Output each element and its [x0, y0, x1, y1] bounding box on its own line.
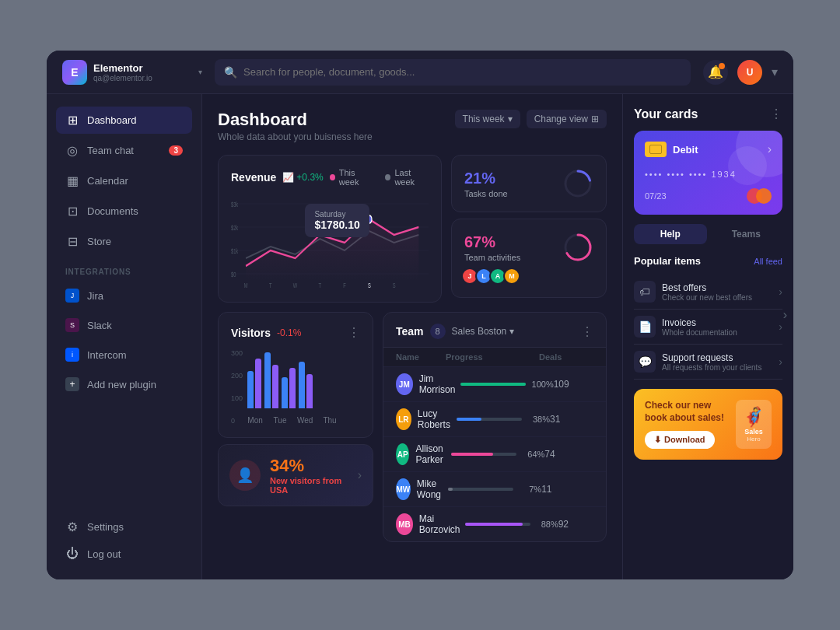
- table-row: MB Mai Borzovich 88% 92: [383, 506, 606, 541]
- card-expiry: 07/23: [645, 191, 667, 201]
- team-menu[interactable]: ⋮: [581, 324, 593, 339]
- team-location-selector[interactable]: Sales Boston ▾: [452, 326, 515, 337]
- sidebar-item-team-chat[interactable]: ◎ Team chat 3: [56, 137, 192, 164]
- credit-card: Debit › •••• •••• •••• 1934 07/23: [634, 131, 782, 215]
- tasks-panel: 21% Tasks done ›: [451, 155, 607, 303]
- week-selector[interactable]: This week ▾: [455, 110, 520, 128]
- invoices-icon: 📄: [634, 316, 656, 338]
- slack-icon: S: [65, 318, 79, 332]
- search-icon: 🔍: [224, 66, 237, 79]
- support-icon: 💬: [634, 351, 656, 373]
- sidebar-item-documents[interactable]: ⊡ Documents: [56, 198, 192, 225]
- sidebar-item-add-plugin[interactable]: + Add new plugin: [56, 371, 192, 397]
- brand-email: qa@elementor.io: [93, 74, 192, 82]
- sidebar-item-calendar[interactable]: ▦ Calendar: [56, 167, 192, 194]
- popular-item-best-offers[interactable]: 🏷 Best offers Check our new best offers …: [634, 275, 782, 310]
- bar: [264, 352, 271, 408]
- team-card: Team 8 Sales Boston ▾ ⋮ Name Progress De…: [383, 312, 607, 542]
- sidebar-item-slack[interactable]: S Slack: [56, 312, 192, 338]
- svg-text:$0: $0: [231, 271, 236, 279]
- new-visitors-icon: 👤: [229, 460, 261, 491]
- sidebar-item-label: Settings: [87, 521, 124, 533]
- pi-content: Support requests All requests from your …: [662, 352, 772, 372]
- tasks-done-card: 21% Tasks done ›: [451, 155, 607, 212]
- bar: [306, 374, 313, 408]
- avatar: MW: [396, 478, 411, 500]
- team-title: Team: [396, 325, 424, 338]
- page-actions: This week ▾ Change view ⊞: [455, 110, 607, 128]
- visitors-bar-chart: [247, 349, 360, 411]
- change-view-button[interactable]: Change view ⊞: [527, 110, 607, 128]
- search-input[interactable]: [243, 66, 681, 78]
- visitors-menu[interactable]: ⋮: [348, 325, 360, 340]
- sidebar-item-settings[interactable]: ⚙ Settings: [56, 513, 192, 541]
- popular-item-invoices[interactable]: 📄 Invoices Whole documentation ›: [634, 310, 782, 345]
- new-visitors-pct: 34%: [270, 456, 348, 476]
- brand-dropdown-icon[interactable]: ▾: [198, 68, 202, 76]
- legend-last-week: Last week: [385, 168, 429, 187]
- sidebar-item-intercom[interactable]: i Intercom: [56, 341, 192, 368]
- sidebar-item-label: Log out: [87, 548, 121, 560]
- sidebar-item-jira[interactable]: J Jira: [56, 282, 192, 309]
- sidebar-item-logout[interactable]: ⏻ Log out: [56, 541, 192, 567]
- pi-subtitle: Whole documentation: [662, 328, 772, 337]
- new-visitors-nav[interactable]: ›: [358, 468, 362, 482]
- visitors-header: Visitors -0.1% ⋮: [231, 325, 360, 340]
- bar: [289, 368, 296, 408]
- card-arrow[interactable]: ›: [768, 142, 772, 156]
- popular-header: Popular items All feed: [634, 255, 782, 267]
- visitors-chart: 300 200 100 0: [231, 349, 360, 425]
- all-feed-link[interactable]: All feed: [754, 257, 782, 266]
- visitors-y-labels: 300 200 100 0: [231, 349, 243, 425]
- promo-badge-sub: Hero: [742, 436, 765, 443]
- table-row: MW Mike Wong 7% 11: [383, 471, 606, 506]
- sidebar-item-dashboard[interactable]: ⊞ Dashboard: [56, 107, 192, 134]
- notification-button[interactable]: 🔔: [703, 60, 728, 85]
- right-panel: Your cards ⋮ Debit › •••• •••• •••• 1934…: [622, 94, 793, 579]
- user-avatar[interactable]: U: [737, 60, 762, 85]
- col-name: Name: [396, 352, 446, 362]
- app-window: E Elementor qa@elementor.io ▾ 🔍 🔔 U ▾ ⊞: [47, 51, 793, 579]
- revenue-title: Revenue: [231, 171, 276, 184]
- pi-arrow-icon: ›: [779, 355, 782, 368]
- top-grid: Revenue 📈 +0.3% This week Last week: [218, 155, 607, 303]
- col-progress: Progress: [446, 352, 539, 362]
- brand: E Elementor qa@elementor.io ▾: [62, 60, 202, 85]
- new-visitors-label: New visitors from USA: [270, 476, 348, 495]
- tab-teams[interactable]: Teams: [710, 224, 783, 244]
- bottom-grid: Visitors -0.1% ⋮ 300 200 100 0: [218, 312, 607, 542]
- page-header: Dashboard Whole data about yoru buisness…: [218, 110, 607, 142]
- tab-help[interactable]: Help: [634, 224, 707, 244]
- popular-item-support[interactable]: 💬 Support requests All requests from you…: [634, 345, 782, 380]
- card-number: •••• •••• •••• 1934: [645, 170, 772, 179]
- bar: [247, 371, 254, 408]
- avatar: JM: [396, 373, 413, 395]
- sidebar-bottom: ⚙ Settings ⏻ Log out: [56, 513, 192, 567]
- revenue-card: Revenue 📈 +0.3% This week Last week: [218, 155, 442, 303]
- user-menu-icon[interactable]: ▾: [772, 65, 778, 79]
- table-header: Name Progress Deals: [383, 348, 606, 366]
- integrations-label: INTEGRATIONS: [56, 258, 192, 279]
- svg-text:$3k: $3k: [231, 201, 238, 209]
- page-title-section: Dashboard Whole data about yoru buisness…: [218, 110, 455, 142]
- store-icon: ⊟: [65, 234, 79, 249]
- popular-title: Popular items: [634, 255, 754, 267]
- avatar: AP: [396, 443, 409, 465]
- bar: [272, 365, 278, 408]
- bar-x-labels: Mon Tue Wed Thu: [247, 416, 360, 425]
- cards-menu[interactable]: ⋮: [770, 107, 782, 121]
- sidebar-item-store[interactable]: ⊟ Store: [56, 228, 192, 255]
- promo-hero-icon: 🦸: [742, 406, 765, 428]
- pi-content: Best offers Check our new best offers: [662, 282, 772, 302]
- search-bar[interactable]: 🔍: [215, 59, 691, 86]
- period-dropdown-icon: ▾: [508, 114, 513, 124]
- download-button[interactable]: ⬇ Download: [645, 431, 715, 449]
- visitors-change: -0.1%: [277, 327, 301, 338]
- revenue-change: 📈 +0.3%: [282, 172, 323, 183]
- page-subtitle: Whole data about yoru buisness here: [218, 131, 455, 142]
- promo-badge-title: Sales: [742, 428, 765, 436]
- card-type-label: Debit: [673, 144, 698, 156]
- revenue-chart: $3k $2k $1k $0: [231, 196, 429, 289]
- svg-text:$1k: $1k: [231, 247, 238, 256]
- svg-text:F: F: [343, 282, 346, 289]
